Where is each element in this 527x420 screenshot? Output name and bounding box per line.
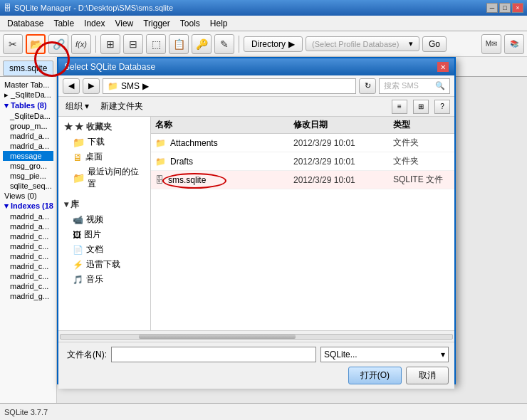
folder-icon-drafts: 📁 [155,157,166,167]
attachments-date: 2012/3/29 10:01 [293,138,393,148]
sidebar-index-8[interactable]: madrid_g... [3,291,53,301]
cancel-button[interactable]: 取消 [406,367,449,384]
toolbar-btn-fx[interactable]: f(x) [71,34,91,54]
library-video[interactable]: 📹 视频 [61,212,147,227]
folder-icon-desktop: 🖥 [73,152,83,163]
sidebar-index-3[interactable]: madrid_c... [3,241,53,251]
file-name-drafts: 📁 Drafts [155,157,293,167]
music-icon: 🎵 [73,275,83,285]
maximize-button[interactable]: □ [499,3,511,13]
sidebar-index-4[interactable]: madrid_c... [3,251,53,261]
sidebar-item-madrida1[interactable]: madrid_a... [3,131,53,141]
menu-tools[interactable]: Tools [176,18,204,29]
sidebar-master-table[interactable]: Master Tab... [3,80,53,90]
view-list-button[interactable]: ≡ [392,100,407,114]
search-box[interactable]: 搜索 SMS 🔍 [379,78,450,94]
organize-label: 组织 ▾ [66,100,89,112]
favorites-download[interactable]: 📁 下载 [61,135,147,149]
organize-button[interactable]: 组织 ▾ [63,100,92,113]
toolbar-btn-open[interactable]: 📂 [26,34,46,54]
directory-button[interactable]: Directory ▶ [244,36,303,52]
menu-table[interactable]: Table [49,18,78,29]
toolbar-btn-1[interactable]: ✂ [3,34,23,54]
scrollbar-track[interactable] [60,334,453,340]
favorites-desktop[interactable]: 🖥 桌面 [61,149,147,164]
view-grid-button[interactable]: ⊞ [413,100,429,114]
sidebar-sqlite-da[interactable]: ▸ _SqliteDa... [3,90,53,100]
favorites-header[interactable]: ★ ★ 收藏夹 [61,120,147,135]
menu-trigger[interactable]: Trigger [139,18,174,29]
menu-index[interactable]: Index [80,18,109,29]
sidebar-item-msgpie[interactable]: msg_pie... [3,171,53,181]
menu-help[interactable]: Help [206,18,232,29]
folder-icon-attachments: 📁 [155,138,166,148]
file-row-attachments[interactable]: 📁 Attachments 2012/3/29 10:01 文件夹 [151,134,454,152]
toolbar-btn-3[interactable]: 🔗 [48,34,68,54]
toolbar-btn-9[interactable]: ✎ [214,34,234,54]
path-refresh-button[interactable]: ↻ [359,78,376,94]
sidebar-index-2[interactable]: madrid_c... [3,231,53,241]
toolbar-btn-table[interactable]: ⊞ [100,34,120,54]
filename-input[interactable] [111,347,316,362]
library-music[interactable]: 🎵 音乐 [61,272,147,287]
sidebar-item-sqliteda[interactable]: _SqliteDa... [3,111,53,121]
sidebar-index-7[interactable]: madrid_c... [3,281,53,291]
path-display[interactable]: 📁 SMS ▶ [103,78,356,94]
directory-arrow: ▶ [288,39,295,49]
toolbar-right: M✉ 📚 [481,34,524,54]
sidebar-index-6[interactable]: madrid_c... [3,271,53,281]
sidebar-item-message[interactable]: message [3,151,53,161]
new-folder-button[interactable]: 新建文件夹 [98,100,146,113]
title-bar-buttons: ─ □ × [486,3,523,13]
sidebar-item-msggro[interactable]: msg_gro... [3,161,53,171]
close-button[interactable]: × [512,3,523,13]
sidebar-item-madrida2[interactable]: madrid_a... [3,141,53,151]
open-button[interactable]: 打开(O) [348,367,402,384]
bookmark-icon[interactable]: 📚 [504,34,524,54]
sidebar-views-header[interactable]: Views (0) [3,191,53,201]
menu-database[interactable]: Database [3,18,48,29]
right-file-panel: 名称 修改日期 类型 📁 Attachments 2012/3/29 10:01… [151,117,454,330]
toolbar-btn-6[interactable]: ⬚ [146,34,166,54]
sqlite-file-icon: 🗄 [155,175,164,185]
search-placeholder: 搜索 SMS [384,80,419,91]
toolbar-btn-5[interactable]: ⊟ [123,34,143,54]
filename-row: 文件名(N): SQLite... ▾ [64,347,449,362]
sidebar-indexes-header[interactable]: ▾ Indexes (18) [3,201,53,211]
library-thunder[interactable]: ⚡ 迅雷下载 [61,257,147,272]
filetype-dropdown[interactable]: SQLite... ▾ [320,347,449,362]
sidebar-index-1[interactable]: madrid_a... [3,221,53,231]
file-list-header: 名称 修改日期 类型 [151,117,454,134]
library-header[interactable]: ▾ 库 [61,197,147,212]
toolbar-btn-7[interactable]: 📋 [169,34,189,54]
recent-label: 最近访问的位置 [88,166,145,190]
left-nav-panel: ★ ★ 收藏夹 📁 下载 🖥 桌面 📁 最近访问的位置 ▾ 库 [58,117,151,330]
status-bar: SQLite 3.7.7 [0,403,527,420]
scrollbar-thumb[interactable] [139,335,296,339]
dialog-scrollbar[interactable] [58,330,454,342]
sidebar-item-groupm[interactable]: group_m... [3,121,53,131]
favorites-recent[interactable]: 📁 最近访问的位置 [61,164,147,191]
nav-back-button[interactable]: ◀ [63,78,80,94]
video-icon: 📹 [73,215,83,225]
file-row-drafts[interactable]: 📁 Drafts 2012/3/29 10:01 文件夹 [151,152,454,171]
gmail-icon[interactable]: M✉ [481,34,501,54]
library-docs[interactable]: 📄 文档 [61,242,147,257]
dialog-close-button[interactable]: ✕ [437,62,449,72]
help-button[interactable]: ? [434,100,450,114]
dropdown-arrow-icon: ▾ [409,39,413,48]
sidebar-item-sqliteseq[interactable]: sqlite_seq... [3,181,53,191]
nav-forward-button[interactable]: ▶ [83,78,100,94]
file-row-sms-sqlite[interactable]: 🗄 sms.sqlite 2012/3/29 10:01 SQLITE 文件 [151,171,454,189]
sidebar-index-5[interactable]: madrid_c... [3,261,53,271]
minimize-button[interactable]: ─ [486,3,498,13]
menu-view[interactable]: View [110,18,137,29]
toolbar-separator-1 [95,36,96,53]
library-images[interactable]: 🖼 图片 [61,227,147,242]
sidebar-index-0[interactable]: madrid_a... [3,211,53,221]
go-button[interactable]: Go [422,36,447,52]
attachments-type: 文件夹 [393,137,450,149]
profile-dropdown[interactable]: (Select Profile Database) ▾ [306,36,419,51]
sidebar-tables-header[interactable]: ▾ Tables (8) [3,100,53,111]
toolbar-btn-8[interactable]: 🔑 [192,34,212,54]
